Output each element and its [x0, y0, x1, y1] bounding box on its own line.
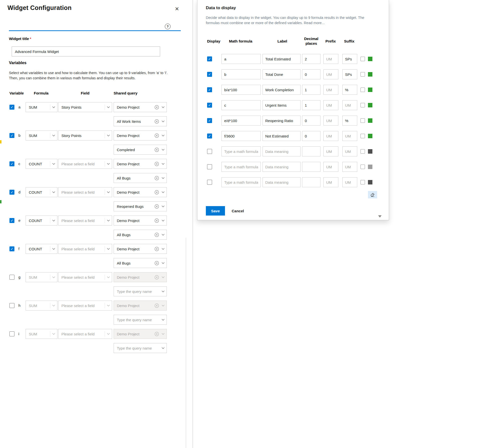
formula-select[interactable]: COUNT [26, 159, 57, 169]
color-swatch[interactable] [368, 165, 372, 169]
formula-select[interactable]: COUNT [26, 216, 57, 225]
chevron-down-icon[interactable] [160, 305, 167, 307]
display-checkbox[interactable] [207, 56, 212, 61]
mini-checkbox[interactable] [360, 118, 365, 123]
chevron-down-icon[interactable] [160, 276, 167, 278]
prefix-input[interactable] [323, 162, 338, 172]
clear-icon[interactable] [154, 105, 160, 110]
chevron-down-icon[interactable] [105, 276, 112, 278]
project-select[interactable]: Demo Project [114, 187, 167, 197]
prefix-input[interactable] [323, 116, 338, 126]
chevron-down-icon[interactable] [105, 163, 112, 165]
chevron-down-icon[interactable] [160, 248, 167, 250]
query-select[interactable]: Type the query name [114, 315, 167, 325]
display-checkbox[interactable] [207, 180, 212, 185]
suffix-input[interactable] [342, 85, 357, 95]
chevron-down-icon[interactable] [105, 191, 112, 193]
decimal-places-input[interactable] [302, 131, 320, 141]
formula-select[interactable]: COUNT [26, 187, 57, 197]
chevron-down-icon[interactable] [160, 205, 167, 207]
math-formula-input[interactable] [222, 162, 261, 172]
mini-checkbox[interactable] [360, 72, 365, 77]
label-input[interactable] [263, 69, 301, 79]
decimal-places-input[interactable] [302, 69, 320, 79]
clear-icon[interactable] [154, 218, 160, 223]
clear-icon[interactable] [154, 303, 160, 308]
suffix-input[interactable] [342, 131, 357, 141]
suffix-input[interactable] [342, 69, 357, 79]
mini-checkbox[interactable] [360, 88, 365, 92]
project-select[interactable]: Demo Project [114, 301, 167, 311]
field-select[interactable]: Please select a field [58, 216, 112, 225]
field-select[interactable]: Story Points [58, 102, 112, 112]
chevron-down-icon[interactable] [160, 149, 167, 151]
prefix-input[interactable] [323, 69, 338, 79]
decimal-places-input[interactable] [302, 162, 320, 172]
variable-checkbox[interactable] [9, 331, 14, 336]
query-select[interactable]: All Bugs [114, 258, 167, 268]
clear-icon[interactable] [154, 332, 160, 336]
project-select[interactable]: Demo Project [114, 159, 167, 169]
decimal-places-input[interactable] [302, 146, 320, 156]
query-select[interactable]: All Bugs [114, 230, 167, 240]
decimal-places-input[interactable] [302, 100, 320, 110]
chevron-down-icon[interactable] [160, 120, 167, 122]
chevron-down-icon[interactable] [160, 134, 167, 136]
label-input[interactable] [263, 146, 301, 156]
chevron-down-icon[interactable] [50, 248, 57, 250]
color-swatch[interactable] [368, 149, 372, 154]
project-select[interactable]: Demo Project [114, 102, 167, 112]
variable-checkbox[interactable] [9, 303, 14, 308]
project-select[interactable]: Demo Project [114, 244, 167, 254]
field-select[interactable]: Please select a field [58, 301, 112, 311]
suffix-input[interactable] [342, 146, 357, 156]
chevron-down-icon[interactable] [50, 305, 57, 307]
display-checkbox[interactable] [207, 87, 212, 92]
prefix-input[interactable] [323, 100, 338, 110]
chevron-down-icon[interactable] [160, 177, 167, 179]
query-select[interactable]: Type the query name [114, 343, 167, 353]
formula-select[interactable]: SUM [26, 329, 57, 339]
decimal-places-input[interactable] [302, 116, 320, 126]
math-formula-input[interactable] [222, 177, 261, 187]
display-checkbox[interactable] [207, 134, 212, 138]
prefix-input[interactable] [323, 146, 338, 156]
chevron-down-icon[interactable] [160, 234, 167, 236]
chevron-down-icon[interactable] [50, 276, 57, 278]
query-select[interactable]: Completed [114, 145, 167, 155]
field-select[interactable]: Please select a field [58, 272, 112, 282]
mini-checkbox[interactable] [360, 103, 365, 107]
clear-icon[interactable] [154, 275, 160, 280]
clear-icon[interactable] [154, 162, 160, 166]
chevron-down-icon[interactable] [160, 163, 167, 165]
chevron-down-icon[interactable] [50, 106, 57, 108]
label-input[interactable] [263, 100, 301, 110]
formula-select[interactable]: COUNT [26, 244, 57, 254]
chevron-down-icon[interactable] [105, 134, 112, 136]
chevron-down-icon[interactable] [50, 220, 57, 222]
math-formula-input[interactable] [222, 85, 261, 95]
help-icon[interactable]: ? [165, 24, 171, 29]
display-checkbox[interactable] [207, 164, 212, 169]
suffix-input[interactable] [342, 100, 357, 110]
math-formula-input[interactable] [222, 116, 261, 126]
chevron-down-icon[interactable] [105, 220, 112, 222]
chevron-down-icon[interactable] [50, 134, 57, 136]
suffix-input[interactable] [342, 116, 357, 126]
chevron-down-icon[interactable] [50, 333, 57, 335]
variable-checkbox[interactable] [9, 190, 14, 195]
color-swatch[interactable] [368, 180, 372, 184]
chevron-down-icon[interactable] [50, 191, 57, 193]
clear-icon[interactable] [154, 204, 160, 209]
mini-checkbox[interactable] [360, 165, 365, 169]
clear-all-button[interactable] [368, 191, 377, 198]
clear-icon[interactable] [154, 261, 160, 266]
label-input[interactable] [263, 54, 301, 64]
chevron-down-icon[interactable] [160, 319, 167, 321]
clear-icon[interactable] [154, 190, 160, 195]
cancel-button[interactable]: Cancel [232, 206, 244, 216]
clear-icon[interactable] [154, 176, 160, 180]
chevron-down-icon[interactable] [105, 333, 112, 335]
math-formula-input[interactable] [222, 131, 261, 141]
label-input[interactable] [263, 85, 301, 95]
